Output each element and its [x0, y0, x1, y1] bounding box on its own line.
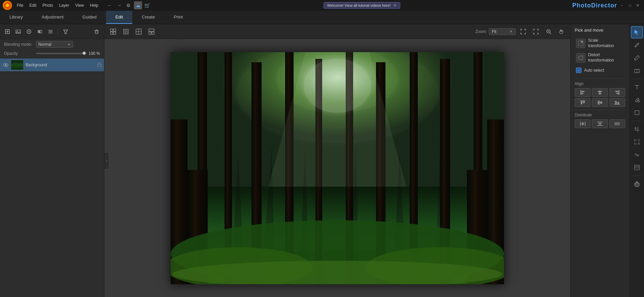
- filter-button[interactable]: [61, 27, 70, 36]
- fill-tool-button[interactable]: [631, 94, 643, 106]
- app-title: PhotoDirector: [572, 2, 617, 9]
- delete-layer-button[interactable]: [92, 27, 101, 36]
- distribute-section-title: Distribute: [575, 110, 625, 117]
- cloud-button[interactable]: ☁: [134, 1, 142, 9]
- undo-button[interactable]: ←: [106, 1, 114, 9]
- align-left-button[interactable]: [575, 88, 590, 97]
- align-right-button[interactable]: [609, 88, 625, 97]
- layer-item[interactable]: Background: [0, 59, 104, 71]
- menu-bar: File Edit Photo Layer View Help: [14, 2, 101, 8]
- menu-help[interactable]: Help: [87, 2, 101, 8]
- svg-rect-81: [598, 91, 602, 92]
- svg-rect-27: [113, 32, 116, 34]
- text-tool-button[interactable]: [631, 81, 643, 93]
- left-toolbar: [0, 24, 104, 39]
- align-top-button[interactable]: [575, 98, 590, 107]
- svg-point-118: [638, 140, 639, 141]
- tool-separator-2: [632, 121, 642, 121]
- auto-select-checkbox[interactable]: ✓: [576, 68, 581, 73]
- menu-edit[interactable]: Edit: [27, 2, 39, 8]
- grid-view-button[interactable]: [133, 27, 144, 36]
- far-right-tools: [629, 24, 644, 297]
- preferences-button[interactable]: [631, 178, 643, 190]
- canvas-view[interactable]: [104, 39, 570, 297]
- single-view-button[interactable]: [121, 27, 131, 36]
- shape-button[interactable]: [35, 27, 44, 36]
- svg-point-9: [28, 31, 30, 33]
- layer-comp-button[interactable]: [631, 161, 643, 174]
- image-layer-button[interactable]: [13, 27, 23, 36]
- distribute-vertical-button[interactable]: [592, 119, 608, 128]
- notification-close[interactable]: ✕: [393, 3, 397, 8]
- layer-lock-icon[interactable]: [97, 62, 101, 68]
- nav-adjustment[interactable]: Adjustment: [32, 11, 73, 24]
- zoom-in-button[interactable]: [543, 27, 554, 36]
- canvas-svg: [171, 52, 504, 284]
- titlebar-center: Welcome! View all tutorial videos here! …: [324, 2, 401, 9]
- titlebar-left: File Edit Photo Layer View Help ← → ⚙ ☁ …: [3, 1, 151, 10]
- brush-tool-button[interactable]: [631, 52, 643, 64]
- nav-create[interactable]: Create: [132, 11, 164, 24]
- nav-edit[interactable]: Edit: [106, 11, 132, 24]
- blending-select[interactable]: Normal ▼: [36, 41, 73, 48]
- settings-button[interactable]: ⚙: [125, 1, 133, 9]
- svg-point-22: [5, 64, 7, 66]
- svg-point-72: [304, 59, 371, 113]
- distribute-equal-button[interactable]: [609, 119, 625, 128]
- toolbar-separator: [58, 28, 58, 35]
- new-layer-button[interactable]: [3, 27, 12, 36]
- align-bottom-button[interactable]: [609, 98, 625, 107]
- menu-layer[interactable]: Layer: [56, 2, 72, 8]
- maximize-button[interactable]: □: [626, 2, 633, 9]
- svg-rect-90: [598, 101, 600, 105]
- close-button[interactable]: ✕: [635, 2, 641, 9]
- svg-rect-82: [599, 93, 601, 94]
- nav-guided[interactable]: Guided: [73, 11, 106, 24]
- titlebar: File Edit Photo Layer View Help ← → ⚙ ☁ …: [0, 0, 644, 11]
- align-section-title: Align: [575, 78, 625, 86]
- fit-to-screen-button[interactable]: [518, 27, 529, 36]
- svg-rect-91: [600, 101, 602, 104]
- zoom-select[interactable]: Fit ▼: [489, 28, 516, 35]
- transform-tool-button[interactable]: [631, 136, 643, 148]
- layer-visibility-toggle[interactable]: [3, 62, 9, 68]
- eraser-tool-button[interactable]: [631, 65, 643, 77]
- align-center-v-button[interactable]: [592, 98, 608, 107]
- shape-draw-button[interactable]: [631, 107, 643, 119]
- actual-size-button[interactable]: [531, 27, 541, 36]
- pick-move-tool-button[interactable]: [631, 26, 643, 38]
- scale-transformation-option[interactable]: Scale transformation: [575, 36, 625, 50]
- mask-button[interactable]: [24, 27, 34, 36]
- align-center-h-button[interactable]: [592, 88, 608, 97]
- svg-rect-121: [635, 165, 639, 170]
- blending-row: Blending mode: Normal ▼: [0, 39, 104, 50]
- redo-button[interactable]: →: [115, 1, 123, 9]
- cart-button[interactable]: 🛒: [143, 1, 151, 9]
- more-button[interactable]: [46, 27, 55, 36]
- titlebar-right: PhotoDirector − □ ✕: [572, 2, 641, 9]
- nav-library[interactable]: Library: [0, 11, 32, 24]
- menu-file[interactable]: File: [14, 2, 26, 8]
- multi-view-button[interactable]: [108, 27, 118, 36]
- svg-rect-25: [113, 29, 116, 31]
- layout-button[interactable]: [146, 27, 157, 36]
- menu-view[interactable]: View: [72, 2, 87, 8]
- nav-print[interactable]: Print: [164, 11, 192, 24]
- svg-rect-35: [152, 32, 154, 34]
- crop-tool-button[interactable]: [631, 123, 643, 135]
- liquify-tool-button[interactable]: [631, 149, 643, 161]
- panel-collapse-arrow[interactable]: ‹: [104, 152, 109, 169]
- distribute-horizontal-button[interactable]: [575, 119, 590, 128]
- svg-rect-85: [616, 93, 619, 94]
- menu-photo[interactable]: Photo: [40, 2, 56, 8]
- pen-tool-button[interactable]: [631, 39, 643, 51]
- svg-marker-104: [635, 30, 639, 35]
- svg-point-117: [634, 140, 635, 141]
- hand-tool-button[interactable]: [556, 27, 567, 36]
- opacity-slider[interactable]: [36, 53, 87, 54]
- minimize-button[interactable]: −: [618, 2, 625, 9]
- distort-transformation-option[interactable]: Distort transformation: [575, 50, 625, 65]
- blending-value: Normal: [38, 42, 52, 47]
- canvas-image: [171, 52, 504, 284]
- svg-point-7: [17, 31, 18, 32]
